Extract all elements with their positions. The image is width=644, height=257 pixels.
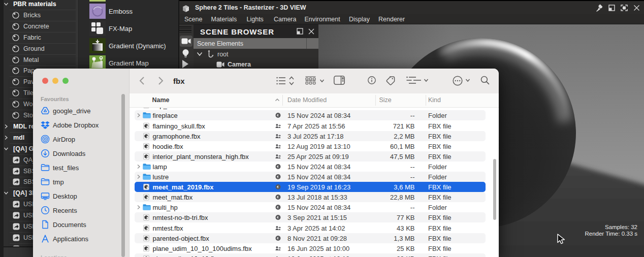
svg-text:Samples: 32: Samples: 32: [605, 224, 637, 230]
svg-text:Render Time: 0.33 s: Render Time: 0.33 s: [585, 231, 637, 237]
